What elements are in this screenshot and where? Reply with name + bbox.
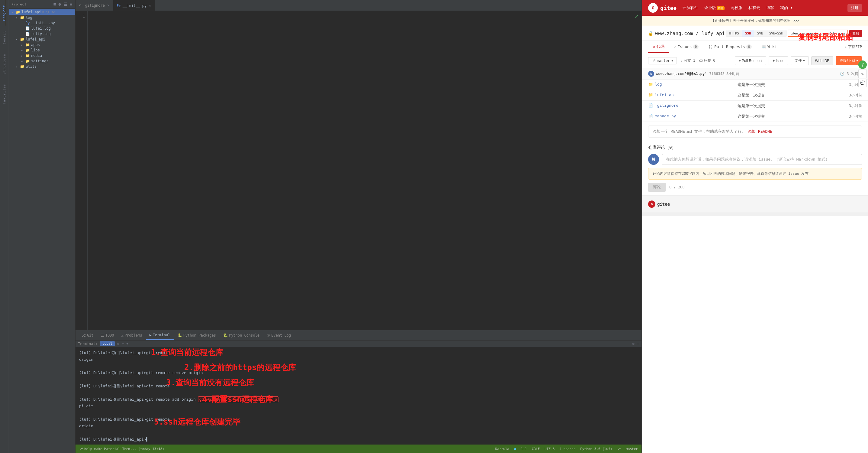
file-managepy-name[interactable]: 📄 manage.py: [642, 111, 732, 121]
gitee-nav-privatecloud[interactable]: 私有云: [748, 5, 760, 10]
tree-root[interactable]: ▾ 📁 lufei_api D:\lufe: [9, 9, 75, 15]
gitee-register-btn[interactable]: 注册: [847, 4, 862, 12]
gitee-chat-btn[interactable]: 💬: [858, 79, 867, 87]
tree-apps-folder-icon: 📁: [25, 43, 30, 47]
gitee-readme-link[interactable]: 添加 README: [748, 129, 772, 134]
gitee-repo-header: 🔒 www.zhang.com / lufy_api HTTPS SSH SVN…: [642, 26, 868, 41]
gitee-nav-university[interactable]: 高校版: [731, 5, 742, 10]
tab-todo[interactable]: ☰ TODO: [97, 332, 118, 339]
tree-item-lufeiapi[interactable]: ▾ 📁 lufei_api: [9, 36, 75, 42]
tree-item-init[interactable]: Py __init__.py: [9, 20, 75, 26]
gitee-webide-btn[interactable]: Web IDE: [811, 56, 834, 65]
panel-action-layout[interactable]: ⊞: [53, 1, 57, 7]
terminal-close-session[interactable]: ✕: [117, 342, 119, 346]
gitee-nav-enterprise[interactable]: 企业版特惠: [704, 5, 724, 10]
gitee-tab-issues-label: Issues: [678, 45, 692, 49]
status-indent: 4 spaces: [559, 447, 575, 451]
file-gitignore-msg: 这是第一次提交: [732, 101, 815, 111]
gitee-tab-issues[interactable]: ⚠ Issues 0: [669, 41, 704, 53]
tab-eventlog-label: Event Log: [271, 333, 291, 338]
gitee-nav-blog[interactable]: 博客: [766, 5, 774, 10]
tab-git-label: Git: [87, 333, 94, 338]
terminal-add-session[interactable]: ＋: [121, 341, 125, 346]
gitee-file-btn[interactable]: 文件 ▾: [791, 56, 808, 65]
gitee-nav-opensource[interactable]: 开源软件: [683, 5, 698, 10]
tab-python-packages[interactable]: 🐍 Python Packages: [174, 332, 220, 339]
git-icon: ⎇: [79, 447, 83, 451]
terminal-settings-icon[interactable]: ⚙: [632, 342, 634, 346]
gitee-commit-avatar: W: [648, 71, 654, 77]
gitee-hscroll[interactable]: [642, 213, 868, 216]
tree-item-lufeilog[interactable]: 📄 lufei.log: [9, 26, 75, 31]
project-panel-header: Project ⊞ ⚙ ☰ ≡: [9, 0, 75, 9]
sidebar-icon-commit[interactable]: Commit: [3, 26, 6, 49]
tab-gitignore-close[interactable]: ✕: [107, 3, 109, 7]
tab-event-log[interactable]: ① Event Log: [263, 332, 294, 339]
terminal-content[interactable]: (luf) D:\lufei项目\lufei_api>git remote or…: [75, 347, 642, 445]
tab-git[interactable]: ⎇ Git: [78, 332, 97, 339]
gitee-issues-count: 0: [693, 45, 699, 49]
panel-action-settings[interactable]: ⚙: [58, 1, 61, 7]
tree-item-media[interactable]: ▸ 📁 media: [9, 53, 75, 58]
gitee-tab-pullrequests[interactable]: ⟨⟩ Pull Requests 0: [704, 41, 756, 53]
file-log-name[interactable]: 📁 log: [642, 80, 732, 89]
gitee-edit-btn[interactable]: ✎: [858, 69, 867, 78]
gitee-tab-wiki[interactable]: 📖 Wiki: [756, 41, 782, 53]
file-gitignore-name[interactable]: 📄 .gitignore: [642, 101, 732, 110]
tab-terminal[interactable]: ▶ Terminal: [146, 331, 174, 340]
tab-problems[interactable]: ⚠ Problems: [118, 332, 146, 339]
terminal-minimize-icon[interactable]: —: [637, 342, 639, 346]
gitee-tag-count: 🏷 标签 0: [699, 58, 715, 63]
gitee-ssh-input[interactable]: [788, 30, 848, 37]
gitee-comment-box[interactable]: 在此输入你想说的话，如果是问题或者建议，请添加 issue。（评论支持 Mark…: [662, 154, 862, 165]
code-area[interactable]: [88, 11, 642, 330]
gitee-copy-btn[interactable]: 复制: [849, 30, 862, 37]
sidebar-icon-project[interactable]: Project: [2, 0, 6, 26]
sidebar-icon-favorites[interactable]: Favorites: [3, 79, 6, 109]
tab-python-console[interactable]: 🐍 Python Console: [220, 332, 263, 339]
gitee-download-zip[interactable]: ⬇ 下载ZIP: [845, 41, 862, 53]
tree-item-log[interactable]: ▾ 📁 log: [9, 15, 75, 20]
tree-item-settings[interactable]: ▸ 📁 settings: [9, 58, 75, 64]
panel-action-collapse[interactable]: ≡: [69, 1, 73, 7]
terminal-session[interactable]: Local: [100, 341, 115, 346]
file-log-msg: 这是第一次提交: [732, 80, 815, 90]
terminal-dropdown[interactable]: ▾: [126, 342, 128, 346]
gitee-help-btn[interactable]: ?: [858, 60, 867, 69]
editor-content: 1 ✓: [75, 11, 642, 330]
gitee-tab-code[interactable]: ◇ 代码: [648, 41, 669, 53]
panel-action-expand[interactable]: ☰: [63, 1, 68, 7]
tree-lufeiapi-arrow: ▾: [16, 38, 20, 41]
gitee-pullrequest-btn[interactable]: + Pull Request: [735, 56, 766, 65]
sidebar-icon-structure[interactable]: Structure: [3, 49, 6, 79]
panel-actions: ⊞ ⚙ ☰ ≡: [53, 1, 73, 7]
tree-media-label: media: [31, 54, 42, 58]
protocol-tab-svn[interactable]: SVN: [754, 30, 766, 36]
gitee-footer: G gitee: [642, 195, 868, 213]
terminal-highlighted-url: git@gitee.com:wwwzhang-com/lufy_a: [198, 396, 278, 402]
tree-item-libs[interactable]: ▸ 📁 libs: [9, 48, 75, 53]
terminal-line-6: (luf) D:\lufei项目\lufei_api>git remote: [79, 383, 638, 390]
status-git-icon: ⎇ help make Material Them... (today 13:4…: [79, 447, 164, 451]
tab-init-close[interactable]: ✕: [149, 4, 151, 7]
status-position: 1:1: [521, 447, 527, 451]
gitee-issue-btn[interactable]: + Issue: [769, 56, 788, 65]
protocol-tab-svnplusssh[interactable]: SVN+SSH: [766, 30, 786, 36]
gitee-nav-mine[interactable]: 我的 ▾: [780, 5, 793, 10]
file-lufeiapi-name[interactable]: 📁 lufei_api: [642, 90, 732, 100]
gitee-commit-row: W www.zhang.com '删除s1.py' 7f66343 3小时前 🕐…: [642, 68, 868, 80]
sidebar-icons-vertical: Project Commit Structure Favorites: [0, 0, 9, 453]
gitee-clone-btn[interactable]: 克隆/下载 ▾: [836, 56, 862, 65]
tree-item-utils[interactable]: ▸ 📁 utils: [9, 64, 75, 69]
protocol-tab-https[interactable]: HTTPS: [726, 30, 742, 36]
file-gitignore-time: 3小时前: [815, 101, 868, 111]
gitee-branch-selector[interactable]: ⎇ master ▾: [648, 57, 677, 64]
tree-item-apps[interactable]: ▸ 📁 apps: [9, 42, 75, 48]
tree-item-luffylog[interactable]: 📄 luffy.log: [9, 31, 75, 36]
tab-init[interactable]: Py __init__.py ✕: [113, 0, 155, 10]
gitee-file-table: 📁 log 这是第一次提交 3小时前 📁 lufei_api 这是第一次提: [642, 80, 868, 122]
tab-gitignore[interactable]: ⚙ .gitignore ✕: [75, 0, 113, 10]
gitee-repo-bar: ⎇ master ▾ ⑂ 分支 1 🏷 标签 0 + Pull Request: [642, 53, 868, 68]
protocol-tab-ssh[interactable]: SSH: [742, 30, 754, 36]
gitee-submit-btn[interactable]: 评论: [648, 183, 665, 192]
